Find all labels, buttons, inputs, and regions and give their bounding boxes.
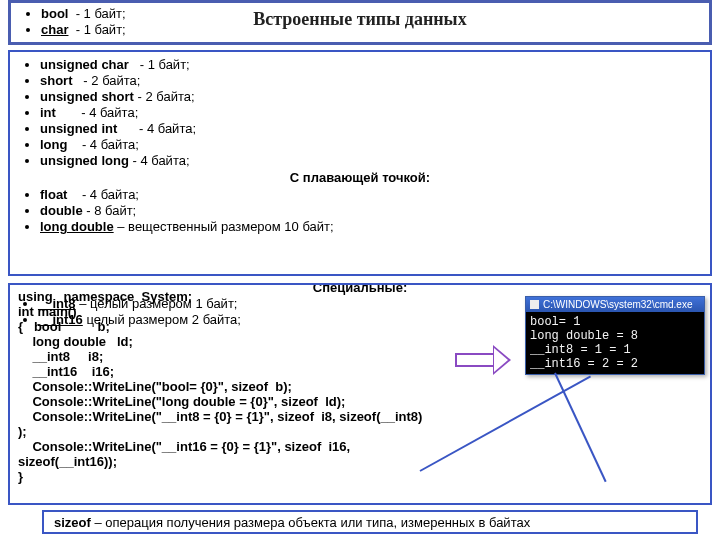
list-item: bool - 1 байт; <box>41 6 697 21</box>
sizeof-keyword: sizeof <box>54 515 91 530</box>
list-item: double - 8 байт; <box>40 203 698 218</box>
integer-types-list: unsigned char - 1 байт; short - 2 байта;… <box>22 57 698 168</box>
list-item: unsigned char - 1 байт; <box>40 57 698 72</box>
cmd-icon <box>530 300 539 309</box>
list-item: unsigned int - 4 байта; <box>40 121 698 136</box>
section-float-heading: С плавающей точкой: <box>22 170 698 185</box>
console-output: bool= 1 long double = 8 __int8 = 1 = 1 _… <box>526 312 704 374</box>
arrow-icon <box>455 345 515 375</box>
list-item: short - 2 байта; <box>40 73 698 88</box>
sizeof-description: – операция получения размера объекта или… <box>91 515 530 530</box>
console-title-text: C:\WINDOWS\system32\cmd.exe <box>543 299 692 310</box>
console-window: C:\WINDOWS\system32\cmd.exe bool= 1 long… <box>525 296 705 375</box>
console-titlebar: C:\WINDOWS\system32\cmd.exe <box>526 297 704 312</box>
list-item: float - 4 байта; <box>40 187 698 202</box>
top-types-panel: bool - 1 байт; char - 1 байт; Встроенные… <box>8 0 712 45</box>
list-item: long - 4 байта; <box>40 137 698 152</box>
integer-types-panel: unsigned char - 1 байт; short - 2 байта;… <box>8 50 712 276</box>
list-item: char - 1 байт; <box>41 22 697 37</box>
list-item: long double – вещественный размером 10 б… <box>40 219 698 234</box>
list-item: unsigned short - 2 байта; <box>40 89 698 104</box>
list-item: int - 4 байта; <box>40 105 698 120</box>
list-item: unsigned long - 4 байта; <box>40 153 698 168</box>
float-types-list: float - 4 байта; double - 8 байт; long d… <box>22 187 698 234</box>
sizeof-note: sizeof – операция получения размера объе… <box>42 510 698 534</box>
top-types-list: bool - 1 байт; char - 1 байт; <box>23 6 697 37</box>
